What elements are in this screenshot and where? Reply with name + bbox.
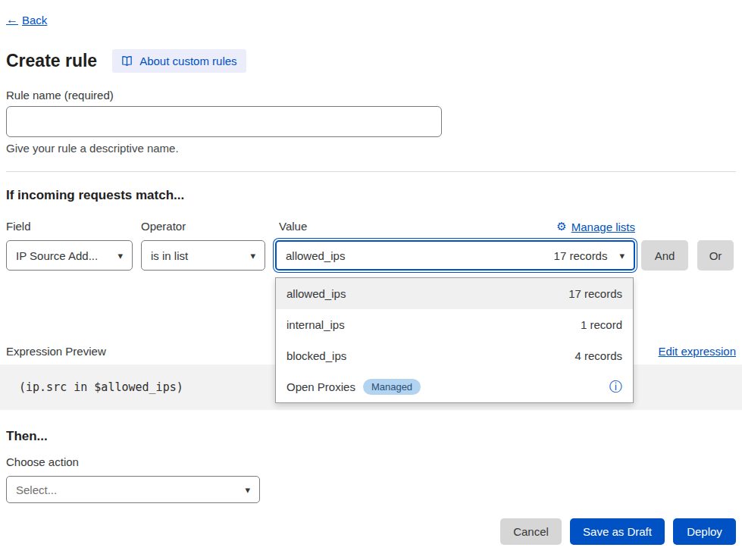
page-title: Create rule (6, 51, 97, 71)
expression-preview-label: Expression Preview (6, 345, 106, 358)
save-as-draft-button[interactable]: Save as Draft (570, 518, 665, 545)
action-select-placeholder: Select... (16, 483, 57, 496)
about-custom-rules-label: About custom rules (139, 55, 236, 67)
back-link[interactable]: ← Back (6, 13, 47, 27)
field-select-value: IP Source Add... (16, 249, 98, 262)
rule-name-input[interactable] (6, 106, 442, 137)
rule-name-label: Rule name (required) (6, 89, 114, 102)
action-select[interactable]: Select... ▾ (6, 476, 260, 503)
back-label: Back (22, 14, 47, 27)
cancel-button[interactable]: Cancel (500, 518, 562, 545)
manage-lists: ⚙ Manage lists (556, 220, 635, 233)
about-custom-rules-link[interactable]: About custom rules (112, 49, 246, 73)
managed-badge: Managed (363, 379, 421, 395)
chevron-down-icon: ▾ (245, 485, 250, 495)
list-item-name: allowed_ips (286, 287, 346, 300)
value-column-label: Value (279, 220, 307, 233)
info-icon[interactable]: ⓘ (609, 380, 622, 393)
list-item-blocked-ips[interactable]: blocked_ips 4 records (276, 340, 633, 371)
expression-code: (ip.src in $allowed_ips) (19, 380, 183, 394)
list-item-name: blocked_ips (286, 349, 346, 362)
chevron-down-icon: ▾ (619, 251, 625, 261)
value-select[interactable]: allowed_ips 17 records ▾ (275, 240, 635, 271)
list-dropdown-menu: allowed_ips 17 records internal_ips 1 re… (275, 277, 634, 403)
rule-name-helper: Give your rule a descriptive name. (6, 142, 179, 155)
edit-expression-link[interactable]: Edit expression (658, 345, 736, 358)
then-section-heading: Then... (6, 429, 48, 444)
book-icon (121, 55, 133, 67)
list-item-name: Open Proxies (286, 380, 355, 393)
choose-action-label: Choose action (6, 455, 79, 468)
chevron-down-icon: ▾ (117, 251, 123, 261)
operator-select-value: is in list (151, 249, 188, 262)
list-item-internal-ips[interactable]: internal_ips 1 record (276, 309, 633, 340)
or-button[interactable]: Or (697, 240, 734, 271)
list-item-allowed-ips[interactable]: allowed_ips 17 records (276, 278, 633, 309)
title-row: Create rule About custom rules (6, 49, 246, 73)
list-item-records: 17 records (568, 287, 622, 300)
list-item-records: 4 records (575, 349, 622, 362)
list-item-records: 1 record (581, 318, 622, 331)
manage-lists-link[interactable]: Manage lists (571, 221, 635, 233)
operator-select[interactable]: is in list ▾ (141, 240, 265, 271)
chevron-down-icon: ▾ (250, 251, 255, 261)
operator-column-label: Operator (141, 220, 186, 233)
list-item-open-proxies[interactable]: Open Proxies Managed ⓘ (276, 371, 633, 402)
list-item-name: internal_ips (286, 318, 345, 331)
field-select[interactable]: IP Source Add... ▾ (6, 240, 133, 271)
value-select-records: 17 records (554, 249, 608, 262)
section-divider (6, 171, 736, 172)
value-select-value: allowed_ips (286, 249, 345, 262)
create-rule-page: ← Back Create rule About custom rules Ru… (0, 0, 742, 560)
back-arrow-icon: ← (6, 13, 18, 27)
gear-icon: ⚙ (556, 220, 566, 233)
and-button[interactable]: And (641, 240, 688, 271)
match-section-heading: If incoming requests match... (6, 188, 184, 203)
deploy-button[interactable]: Deploy (673, 518, 736, 545)
field-column-label: Field (6, 220, 31, 233)
